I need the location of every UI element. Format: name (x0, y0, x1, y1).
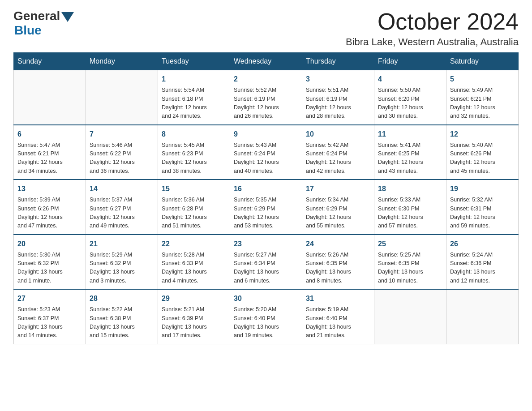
day-info: Sunrise: 5:36 AMSunset: 6:28 PMDaylight:… (162, 196, 226, 231)
calendar-cell: 7Sunrise: 5:46 AMSunset: 6:22 PMDaylight… (86, 125, 158, 180)
day-info: Sunrise: 5:54 AMSunset: 6:18 PMDaylight:… (162, 86, 226, 121)
day-number: 21 (90, 239, 154, 249)
logo-general-text: General (13, 9, 60, 23)
month-title: October 2024 (346, 9, 519, 34)
calendar-cell (86, 70, 158, 125)
day-number: 8 (162, 129, 226, 140)
day-number: 22 (162, 239, 226, 249)
calendar-cell: 31Sunrise: 5:19 AMSunset: 6:40 PMDayligh… (302, 289, 374, 344)
calendar-cell: 4Sunrise: 5:50 AMSunset: 6:20 PMDaylight… (374, 70, 446, 125)
day-info: Sunrise: 5:23 AMSunset: 6:37 PMDaylight:… (17, 305, 82, 340)
logo-blue-text: Blue (14, 23, 42, 38)
day-info: Sunrise: 5:46 AMSunset: 6:22 PMDaylight:… (90, 141, 154, 176)
day-info: Sunrise: 5:37 AMSunset: 6:27 PMDaylight:… (90, 196, 154, 231)
day-info: Sunrise: 5:20 AMSunset: 6:40 PMDaylight:… (234, 305, 298, 340)
day-info: Sunrise: 5:49 AMSunset: 6:21 PMDaylight:… (450, 86, 515, 121)
column-header-tuesday: Tuesday (158, 53, 230, 70)
day-number: 16 (234, 184, 298, 194)
location-title: Bibra Lake, Western Australia, Australia (346, 36, 519, 48)
calendar-cell: 17Sunrise: 5:34 AMSunset: 6:29 PMDayligh… (302, 180, 374, 235)
calendar-table: SundayMondayTuesdayWednesdayThursdayFrid… (13, 52, 519, 344)
day-info: Sunrise: 5:26 AMSunset: 6:35 PMDaylight:… (306, 251, 370, 286)
day-number: 26 (450, 239, 515, 249)
day-info: Sunrise: 5:47 AMSunset: 6:21 PMDaylight:… (17, 141, 82, 176)
calendar-cell: 13Sunrise: 5:39 AMSunset: 6:26 PMDayligh… (14, 180, 86, 235)
calendar-week-row: 20Sunrise: 5:30 AMSunset: 6:32 PMDayligh… (14, 235, 519, 290)
day-number: 15 (162, 184, 226, 194)
day-info: Sunrise: 5:27 AMSunset: 6:34 PMDaylight:… (234, 251, 298, 286)
column-header-wednesday: Wednesday (230, 53, 302, 70)
logo-arrow-icon (61, 12, 74, 22)
day-info: Sunrise: 5:29 AMSunset: 6:32 PMDaylight:… (90, 251, 154, 286)
column-header-monday: Monday (86, 53, 158, 70)
calendar-cell: 19Sunrise: 5:32 AMSunset: 6:31 PMDayligh… (446, 180, 519, 235)
day-number: 4 (378, 74, 442, 85)
calendar-cell: 15Sunrise: 5:36 AMSunset: 6:28 PMDayligh… (158, 180, 230, 235)
calendar-cell: 27Sunrise: 5:23 AMSunset: 6:37 PMDayligh… (14, 289, 86, 344)
calendar-cell: 3Sunrise: 5:51 AMSunset: 6:19 PMDaylight… (302, 70, 374, 125)
calendar-cell: 5Sunrise: 5:49 AMSunset: 6:21 PMDaylight… (446, 70, 519, 125)
column-header-thursday: Thursday (302, 53, 374, 70)
calendar-cell: 10Sunrise: 5:42 AMSunset: 6:24 PMDayligh… (302, 125, 374, 180)
calendar-cell: 24Sunrise: 5:26 AMSunset: 6:35 PMDayligh… (302, 235, 374, 290)
day-number: 11 (378, 129, 442, 140)
day-number: 28 (90, 293, 154, 304)
day-info: Sunrise: 5:51 AMSunset: 6:19 PMDaylight:… (306, 86, 370, 121)
day-number: 24 (306, 239, 370, 249)
calendar-cell: 22Sunrise: 5:28 AMSunset: 6:33 PMDayligh… (158, 235, 230, 290)
day-number: 7 (90, 129, 154, 140)
column-header-friday: Friday (374, 53, 446, 70)
calendar-cell: 14Sunrise: 5:37 AMSunset: 6:27 PMDayligh… (86, 180, 158, 235)
day-number: 20 (17, 239, 82, 249)
day-number: 27 (17, 293, 82, 304)
calendar-week-row: 6Sunrise: 5:47 AMSunset: 6:21 PMDaylight… (14, 125, 519, 180)
column-header-saturday: Saturday (446, 53, 519, 70)
day-number: 25 (378, 239, 442, 249)
logo: General Blue (13, 9, 74, 38)
day-info: Sunrise: 5:45 AMSunset: 6:23 PMDaylight:… (162, 141, 226, 176)
day-info: Sunrise: 5:30 AMSunset: 6:32 PMDaylight:… (17, 251, 82, 286)
title-section: October 2024 Bibra Lake, Western Austral… (346, 9, 519, 48)
day-info: Sunrise: 5:39 AMSunset: 6:26 PMDaylight:… (17, 196, 82, 231)
calendar-cell: 12Sunrise: 5:40 AMSunset: 6:26 PMDayligh… (446, 125, 519, 180)
calendar-week-row: 27Sunrise: 5:23 AMSunset: 6:37 PMDayligh… (14, 289, 519, 344)
day-info: Sunrise: 5:28 AMSunset: 6:33 PMDaylight:… (162, 251, 226, 286)
calendar-cell: 25Sunrise: 5:25 AMSunset: 6:35 PMDayligh… (374, 235, 446, 290)
calendar-cell (446, 289, 519, 344)
day-info: Sunrise: 5:33 AMSunset: 6:30 PMDaylight:… (378, 196, 442, 231)
day-number: 1 (162, 74, 226, 85)
calendar-cell: 16Sunrise: 5:35 AMSunset: 6:29 PMDayligh… (230, 180, 302, 235)
day-info: Sunrise: 5:52 AMSunset: 6:19 PMDaylight:… (234, 86, 298, 121)
day-number: 12 (450, 129, 515, 140)
calendar-cell (374, 289, 446, 344)
calendar-cell: 18Sunrise: 5:33 AMSunset: 6:30 PMDayligh… (374, 180, 446, 235)
day-number: 29 (162, 293, 226, 304)
day-number: 19 (450, 184, 515, 194)
column-header-sunday: Sunday (14, 53, 86, 70)
calendar-cell: 8Sunrise: 5:45 AMSunset: 6:23 PMDaylight… (158, 125, 230, 180)
calendar-cell (14, 70, 86, 125)
calendar-cell: 9Sunrise: 5:43 AMSunset: 6:24 PMDaylight… (230, 125, 302, 180)
day-number: 17 (306, 184, 370, 194)
day-number: 13 (17, 184, 82, 194)
calendar-cell: 26Sunrise: 5:24 AMSunset: 6:36 PMDayligh… (446, 235, 519, 290)
calendar-cell: 1Sunrise: 5:54 AMSunset: 6:18 PMDaylight… (158, 70, 230, 125)
day-info: Sunrise: 5:41 AMSunset: 6:25 PMDaylight:… (378, 141, 442, 176)
day-number: 5 (450, 74, 515, 85)
day-info: Sunrise: 5:35 AMSunset: 6:29 PMDaylight:… (234, 196, 298, 231)
day-info: Sunrise: 5:24 AMSunset: 6:36 PMDaylight:… (450, 251, 515, 286)
day-info: Sunrise: 5:25 AMSunset: 6:35 PMDaylight:… (378, 251, 442, 286)
day-info: Sunrise: 5:19 AMSunset: 6:40 PMDaylight:… (306, 305, 370, 340)
calendar-cell: 21Sunrise: 5:29 AMSunset: 6:32 PMDayligh… (86, 235, 158, 290)
day-number: 31 (306, 293, 370, 304)
day-number: 30 (234, 293, 298, 304)
day-info: Sunrise: 5:32 AMSunset: 6:31 PMDaylight:… (450, 196, 515, 231)
calendar-cell: 23Sunrise: 5:27 AMSunset: 6:34 PMDayligh… (230, 235, 302, 290)
calendar-cell: 6Sunrise: 5:47 AMSunset: 6:21 PMDaylight… (14, 125, 86, 180)
day-number: 23 (234, 239, 298, 249)
day-number: 9 (234, 129, 298, 140)
day-info: Sunrise: 5:50 AMSunset: 6:20 PMDaylight:… (378, 86, 442, 121)
day-number: 14 (90, 184, 154, 194)
day-number: 6 (17, 129, 82, 140)
calendar-header-row: SundayMondayTuesdayWednesdayThursdayFrid… (14, 53, 519, 70)
